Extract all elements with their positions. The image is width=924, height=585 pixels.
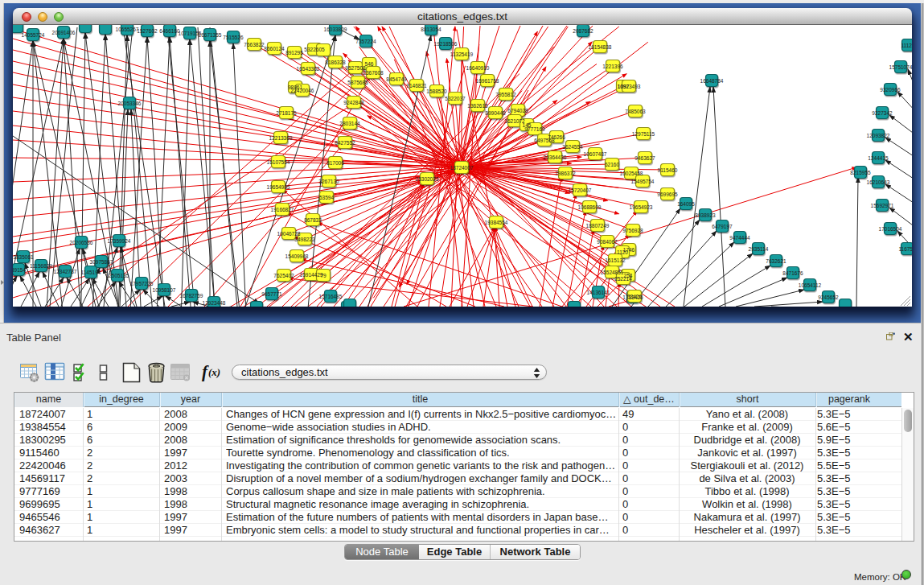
svg-text:15751074: 15751074 — [889, 64, 912, 70]
svg-text:10655267: 10655267 — [116, 27, 139, 32]
svg-text:16543362: 16543362 — [297, 66, 320, 72]
svg-text:16640910: 16640910 — [466, 65, 490, 71]
svg-text:8938923: 8938923 — [695, 212, 716, 218]
svg-text:20053346: 20053346 — [118, 101, 142, 106]
svg-text:15692971: 15692971 — [871, 203, 894, 208]
svg-text:12093822: 12093822 — [867, 133, 890, 138]
svg-text:9115460: 9115460 — [658, 167, 678, 173]
svg-text:7632621: 7632621 — [766, 258, 786, 264]
svg-text:16648784: 16648784 — [700, 78, 724, 84]
svg-text:8660124: 8660124 — [264, 46, 285, 51]
svg-text:79: 79 — [320, 273, 326, 278]
svg-text:10688609: 10688609 — [578, 204, 602, 210]
svg-text:30975867: 30975867 — [90, 259, 113, 265]
svg-text:20206536: 20206536 — [70, 240, 93, 245]
svg-text:5322037: 5322037 — [445, 96, 466, 101]
svg-text:62160: 62160 — [605, 162, 619, 167]
svg-text:10654112: 10654112 — [799, 282, 822, 288]
svg-text:1362615: 1362615 — [467, 103, 488, 109]
svg-text:9227342: 9227342 — [872, 110, 893, 116]
svg-text:16782759: 16782759 — [180, 293, 203, 299]
svg-text:9146821: 9146821 — [406, 83, 427, 89]
svg-text:2087682: 2087682 — [573, 28, 593, 34]
svg-text:1527602: 1527602 — [137, 28, 158, 34]
svg-text:14055724: 14055724 — [22, 32, 45, 38]
svg-text:16107554: 16107554 — [267, 159, 290, 165]
svg-text:7485063: 7485063 — [625, 109, 646, 114]
svg-text:2803144: 2803144 — [339, 121, 360, 126]
svg-text:17016504: 17016504 — [879, 226, 902, 232]
svg-text:1588520: 1588520 — [426, 89, 447, 94]
svg-text:8186328: 8186328 — [325, 60, 346, 65]
svg-text:9756928: 9756928 — [622, 228, 643, 233]
svg-text:9320966: 9320966 — [880, 87, 901, 93]
svg-text:18724007: 18724007 — [450, 165, 474, 171]
svg-text:16671355: 16671355 — [199, 32, 222, 38]
svg-text:546: 546 — [365, 61, 374, 67]
svg-text:164095: 164095 — [677, 201, 695, 207]
svg-text:891295: 891295 — [285, 50, 303, 56]
svg-text:9245652: 9245652 — [818, 295, 839, 300]
svg-text:7625402: 7625402 — [273, 273, 294, 278]
svg-text:18807249: 18807249 — [586, 223, 610, 229]
svg-text:7955812: 7955812 — [495, 92, 516, 97]
svg-text:16210643: 16210643 — [867, 179, 890, 185]
svg-text:15409948: 15409948 — [285, 253, 309, 259]
svg-text:19384554: 19384554 — [485, 220, 508, 225]
svg-text:9474444: 9474444 — [729, 235, 750, 241]
svg-text:8471676: 8471676 — [782, 270, 803, 276]
svg-text:252214: 252214 — [614, 276, 632, 282]
svg-text:817006: 817006 — [326, 160, 344, 166]
svg-text:20691406: 20691406 — [52, 30, 76, 35]
svg-text:5875685: 5875685 — [347, 80, 368, 85]
svg-text:19218506: 19218506 — [434, 41, 458, 47]
svg-text:11125: 11125 — [901, 43, 912, 48]
svg-text:6794028: 6794028 — [507, 108, 528, 113]
svg-text:19166827: 19166827 — [271, 207, 294, 212]
svg-text:14136141: 14136141 — [587, 290, 610, 295]
svg-text:1221396: 1221396 — [602, 64, 623, 69]
svg-text:12505135: 12505135 — [106, 273, 129, 278]
svg-text:6466160: 6466160 — [159, 28, 180, 34]
svg-text:10973493: 10973493 — [618, 84, 641, 89]
svg-text:9777169: 9777169 — [524, 126, 545, 132]
svg-text:22420046: 22420046 — [291, 88, 314, 93]
svg-text:746266: 746266 — [548, 134, 565, 140]
svg-text:1145194: 1145194 — [81, 270, 101, 275]
svg-text:12342737: 12342737 — [54, 269, 77, 274]
svg-text:(x): (x) — [208, 366, 220, 378]
svg-text:10025458: 10025458 — [620, 171, 643, 176]
svg-text:15720407: 15720407 — [569, 187, 592, 193]
svg-text:15716485: 15716485 — [319, 294, 343, 299]
svg-text:7515526: 7515526 — [223, 35, 244, 40]
svg-text:19654985: 19654985 — [267, 184, 290, 190]
svg-text:9699695: 9699695 — [657, 192, 678, 197]
svg-text:9463627: 9463627 — [634, 155, 655, 161]
svg-text:7663822: 7663822 — [244, 42, 265, 47]
svg-text:1615132: 1615132 — [605, 257, 626, 263]
svg-text:8813054: 8813054 — [421, 27, 441, 32]
svg-text:8215955: 8215955 — [850, 170, 871, 175]
svg-text:1835061: 1835061 — [13, 254, 34, 260]
svg-text:3267130: 3267130 — [318, 179, 339, 184]
svg-text:5322605: 5322605 — [304, 47, 325, 52]
svg-text:9242848: 9242848 — [343, 100, 364, 105]
svg-text:17359924: 17359924 — [108, 238, 131, 244]
svg-text:12213369: 12213369 — [269, 135, 293, 141]
svg-text:116753: 116753 — [898, 246, 912, 252]
svg-text:8990448: 8990448 — [485, 110, 506, 116]
svg-text:10958107: 10958107 — [153, 287, 176, 293]
svg-text:25302023: 25302023 — [416, 176, 439, 182]
svg-text:7986372: 7986372 — [555, 171, 576, 176]
svg-text:1244415: 1244415 — [868, 155, 889, 161]
svg-text:7357224: 7357224 — [355, 39, 376, 44]
svg-text:16033809: 16033809 — [324, 27, 347, 32]
svg-text:3624554: 3624554 — [562, 144, 583, 150]
svg-text:2935114: 2935114 — [749, 246, 769, 252]
svg-text:3498222: 3498222 — [294, 237, 315, 242]
svg-text:19654923: 19654923 — [630, 204, 653, 210]
svg-text:15524851: 15524851 — [601, 270, 624, 275]
svg-text:9657771: 9657771 — [261, 291, 282, 297]
svg-text:6479197: 6479197 — [712, 224, 733, 229]
svg-text:867833: 867833 — [304, 217, 322, 223]
